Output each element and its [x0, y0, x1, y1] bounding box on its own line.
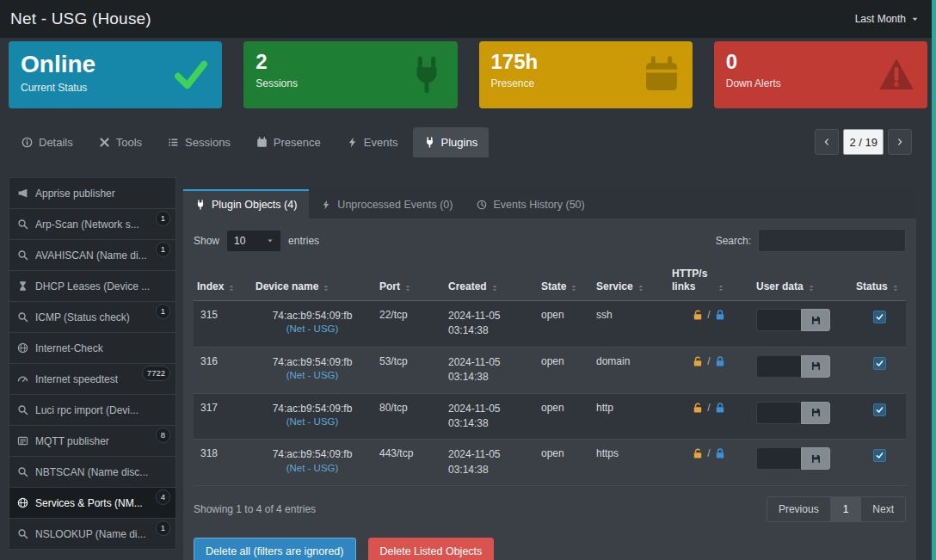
page-title: Net - USG (House) [10, 9, 151, 28]
cell-device-name: 74:ac:b9:54:09:fb (Net - USG) [252, 394, 373, 440]
sidebar-item-label: ICMP (Status check) [35, 311, 130, 323]
floppy-icon [810, 315, 822, 326]
table-row: 318 74:ac:b9:54:09:fb (Net - USG) 443/tc… [194, 440, 906, 486]
tab-presence[interactable]: Presence [245, 127, 332, 157]
page-1-button[interactable]: 1 [831, 496, 861, 522]
column-header-http-links[interactable]: HTTP/s links [668, 262, 749, 300]
column-header-port[interactable]: Port [376, 262, 441, 300]
sidebar-item-internet-speedtest[interactable]: Internet speedtest 7722 [9, 363, 176, 395]
cell-http-links: / [692, 309, 725, 321]
tab-plugin-objects[interactable]: Plugin Objects (4) [183, 189, 309, 218]
http-lock-open-icon[interactable] [692, 355, 704, 367]
status-checkbox[interactable] [873, 449, 886, 462]
sidebar-item-services-ports[interactable]: Services & Ports (NM... 4 [9, 487, 176, 519]
delete-all-button[interactable]: Delete all (filters are ignored) [194, 538, 356, 560]
tab-tools[interactable]: Tools [88, 127, 153, 157]
device-link[interactable]: (Net - USG) [286, 462, 339, 476]
sidebar-item-nslookup[interactable]: NSLOOKUP (Name di... 1 [9, 518, 176, 550]
http-lock-open-icon[interactable] [692, 402, 704, 414]
search-input[interactable] [758, 229, 906, 252]
column-header-status[interactable]: Status [853, 262, 906, 300]
user-data-input[interactable] [756, 309, 801, 331]
status-checkbox[interactable] [873, 357, 886, 370]
search-icon [17, 218, 28, 230]
count-badge: 1 [156, 520, 170, 536]
delete-listed-button[interactable]: Delete Listed Objects [368, 538, 495, 560]
cell-index: 318 [194, 440, 249, 485]
status-card-online: Online Current Status [9, 41, 222, 108]
sidebar-item-icmp[interactable]: ICMP (Status check) 1 [9, 301, 176, 333]
cell-state: open [538, 394, 589, 440]
user-data-input[interactable] [756, 355, 801, 378]
tab-unprocessed-events[interactable]: Unprocessed Events (0) [309, 189, 465, 218]
tab-events[interactable]: Events [336, 127, 410, 157]
https-lock-icon[interactable] [714, 309, 726, 321]
user-data-input[interactable] [756, 402, 801, 424]
column-header-state[interactable]: State [538, 262, 589, 300]
table-controls: Show 10 entries Search: [194, 229, 906, 252]
tab-details[interactable]: Details [10, 127, 84, 157]
cell-state: open [538, 440, 589, 485]
column-header-device-name[interactable]: Device name [252, 262, 373, 300]
content-row: Apprise publisher Arp-Scan (Network s...… [0, 167, 936, 560]
save-user-data-button[interactable] [801, 355, 830, 378]
status-checkbox[interactable] [873, 311, 886, 323]
sidebar-item-avahiscan[interactable]: AVAHISCAN (Name di... 1 [9, 239, 176, 271]
megaphone-icon [17, 188, 28, 199]
cell-http-links: / [692, 447, 725, 459]
status-checkbox[interactable] [873, 403, 886, 416]
tab-sessions[interactable]: Sessions [157, 127, 242, 157]
card-value: Online [21, 49, 95, 79]
search-icon [17, 311, 28, 323]
cell-status [853, 348, 906, 393]
page-size-select[interactable]: 10 [226, 230, 281, 252]
sidebar-item-internet-check[interactable]: Internet-Check [9, 332, 176, 364]
sidebar-item-label: Luci rpc import (Devi... [35, 404, 139, 416]
next-device-button[interactable] [888, 129, 912, 155]
device-link[interactable]: (Net - USG) [286, 369, 339, 383]
count-badge: 1 [156, 211, 170, 226]
user-data-input[interactable] [756, 447, 801, 470]
period-selector[interactable]: Last Month [855, 13, 922, 25]
count-badge: 1 [156, 242, 170, 257]
save-user-data-button[interactable] [801, 309, 830, 331]
https-lock-icon[interactable] [714, 355, 726, 367]
http-lock-open-icon[interactable] [692, 447, 704, 459]
column-header-service[interactable]: Service [593, 262, 665, 300]
status-card-sessions: 2 Sessions [243, 41, 457, 108]
cell-index: 317 [194, 394, 249, 440]
device-link[interactable]: (Net - USG) [286, 323, 339, 336]
previous-page-button[interactable]: Previous [767, 496, 831, 522]
cell-device-name: 74:ac:b9:54:09:fb (Net - USG) [252, 440, 373, 485]
cell-device-name: 74:ac:b9:54:09:fb (Net - USG) [252, 348, 373, 393]
column-header-created[interactable]: Created [445, 262, 534, 300]
floppy-icon [810, 360, 822, 372]
sidebar-item-dhcp-leases[interactable]: DHCP Leases (Device ... [9, 270, 176, 302]
bolt-icon [347, 137, 358, 148]
sidebar-item-mqtt-publisher[interactable]: MQTT publisher 8 [9, 425, 176, 457]
sidebar-item-arp-scan[interactable]: Arp-Scan (Network s... 1 [9, 208, 176, 240]
tab-plugins[interactable]: Plugins [413, 127, 490, 157]
cell-user-data [753, 301, 849, 347]
http-lock-open-icon[interactable] [692, 309, 704, 321]
column-header-user-data[interactable]: User data [753, 262, 849, 300]
https-lock-icon[interactable] [714, 447, 726, 459]
save-user-data-button[interactable] [801, 447, 830, 470]
device-mac: 74:ac:b9:54:09:fb [273, 402, 353, 415]
sidebar-item-luci-rpc-import[interactable]: Luci rpc import (Devi... [9, 394, 176, 426]
newspaper-icon [17, 435, 28, 446]
sidebar-item-label: DHCP Leases (Device ... [35, 280, 150, 292]
sort-icon [637, 284, 645, 292]
cell-state: open [538, 301, 589, 347]
column-header-index[interactable]: Index [194, 262, 249, 300]
device-link[interactable]: (Net - USG) [286, 415, 339, 429]
next-page-button[interactable]: Next [860, 496, 906, 522]
sidebar-item-nbtscan[interactable]: NBTSCAN (Name disc... [9, 456, 176, 488]
https-lock-icon[interactable] [714, 402, 726, 414]
sidebar-item-apprise-publisher[interactable]: Apprise publisher [9, 177, 176, 209]
prev-device-button[interactable] [815, 129, 839, 155]
save-user-data-button[interactable] [801, 402, 830, 424]
cell-status [853, 394, 906, 440]
check-icon [876, 360, 884, 367]
tab-events-history[interactable]: Events History (50) [465, 189, 596, 218]
